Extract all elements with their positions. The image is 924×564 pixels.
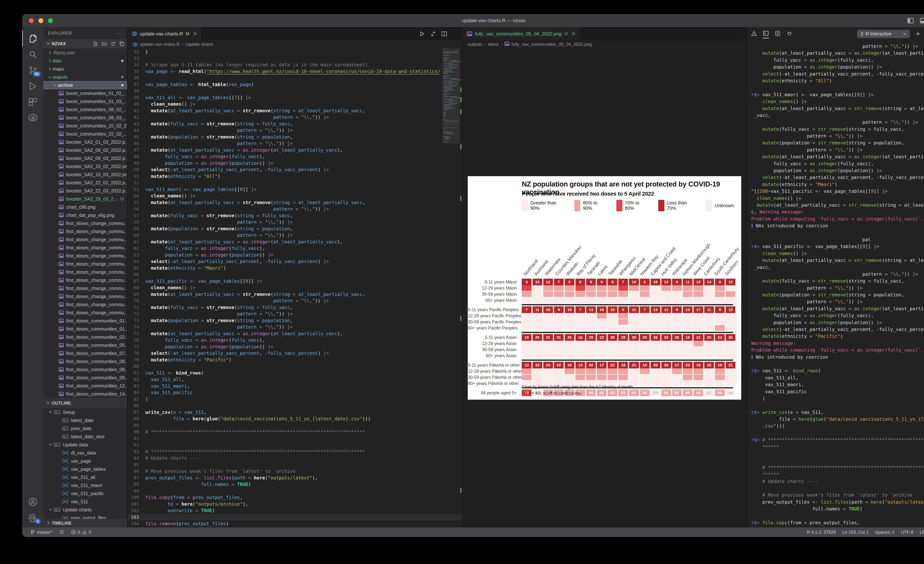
outline-item-dl_vax_data[interactable]: dl_vax_data xyxy=(44,449,127,457)
git-branch-status[interactable]: master* xyxy=(28,530,55,535)
tree-file[interactable]: first_doses_change_commu... xyxy=(44,308,127,317)
new-folder-icon[interactable] xyxy=(102,42,106,46)
indentation-status[interactable]: Spaces: 2 xyxy=(872,530,897,535)
eol-status[interactable]: LF xyxy=(917,530,924,535)
tree-file[interactable]: booster_SA2_15_03_2022.png xyxy=(44,171,127,179)
timeline-section-header[interactable]: TIMELINE xyxy=(44,519,127,527)
new-file-icon[interactable] xyxy=(93,42,98,46)
preview-more-actions-icon[interactable]: ··· xyxy=(737,32,742,36)
tree-file[interactable]: booster_SA2_08_03_2022.p... xyxy=(44,154,127,162)
editor-more-actions-icon[interactable]: ··· xyxy=(453,32,457,36)
tree-file[interactable]: booster_SA2_08_02_2022.p... xyxy=(44,146,127,154)
terminal-icon[interactable] xyxy=(763,30,769,36)
activity-account-icon[interactable] xyxy=(22,494,44,510)
breadcrumb-item[interactable]: update-vax-charts.R xyxy=(140,42,180,47)
toggle-primary-sidebar-icon[interactable] xyxy=(908,18,914,24)
activity-settings-gear-icon[interactable]: 1 xyxy=(22,510,44,525)
tree-file[interactable]: first_doses_change_commu... xyxy=(44,268,127,276)
r-version-status[interactable]: R 4.1.2: 37529 xyxy=(804,530,838,535)
outline-item-Update data[interactable]: abcUpdate data xyxy=(44,441,127,449)
editor-breadcrumb[interactable]: Rupdate-vax-charts.R›Update charts xyxy=(128,40,462,48)
breadcrumb-item[interactable]: latest xyxy=(488,42,499,47)
title-bar[interactable]: update-vax-charts.R — nzvax xyxy=(22,14,924,27)
tree-folder-.Rproj.user[interactable]: .Rproj.user xyxy=(44,49,127,57)
outline-item-vax_page[interactable]: vax_page xyxy=(44,457,127,465)
tree-file[interactable]: first_doses_change_commu... xyxy=(44,301,127,308)
sidebar-section-nzvax[interactable]: NZVAX xyxy=(44,39,127,49)
close-tab-icon[interactable]: ✕ xyxy=(571,31,575,37)
activity-files-icon[interactable] xyxy=(22,31,44,46)
tree-file[interactable]: first_doses_communities_14... xyxy=(44,390,127,398)
tree-file[interactable]: first_doses_communities_08... xyxy=(44,365,127,374)
breadcrumb-item[interactable]: fully_vax_communities_05_04_2022.png xyxy=(512,42,592,47)
tree-file[interactable]: boost_communities_08_02_... xyxy=(44,105,127,114)
tree-folder-maps[interactable]: maps xyxy=(44,65,127,73)
tree-file[interactable]: booster_SA2_29_03_2...U xyxy=(44,195,127,203)
tree-file[interactable]: booster_SA2_01_03_2022.p... xyxy=(44,138,127,146)
tree-file[interactable]: first_doses_communities_05... xyxy=(44,341,127,349)
cursor-position-status[interactable]: Ln 103, Col 1 xyxy=(840,530,871,535)
breadcrumb-item[interactable]: outputs xyxy=(468,42,482,47)
tree-file[interactable]: boost_communities_22_02_... xyxy=(44,130,127,138)
tree-file[interactable]: first_doses_change_commu... xyxy=(44,235,127,244)
activity-run-debug-icon[interactable] xyxy=(22,78,44,94)
tree-file[interactable]: first_doses_change_commu... xyxy=(44,260,127,268)
tree-file[interactable]: first_doses_change_commu... xyxy=(44,244,127,252)
tree-file[interactable]: first_doses_change_commu... xyxy=(44,219,127,227)
open-changes-icon[interactable] xyxy=(430,31,436,37)
tree-file[interactable]: first_doses_communities_08... xyxy=(44,358,127,365)
explorer-more-actions-icon[interactable]: ··· xyxy=(117,31,123,36)
tree-file[interactable]: first_doses_change_commu... xyxy=(44,284,127,292)
tree-file[interactable]: first_doses_communities_12... xyxy=(44,382,127,390)
activity-extensions-icon[interactable] xyxy=(22,94,44,110)
activity-source-control-icon[interactable]: 31 xyxy=(22,63,44,78)
close-tab-icon[interactable]: ✕ xyxy=(193,31,197,37)
tree-file[interactable]: first_doses_communities_01... xyxy=(44,317,127,325)
activity-search-icon[interactable] xyxy=(22,46,44,63)
debug-console-icon[interactable] xyxy=(787,31,792,36)
tree-file[interactable]: booster_SA2_15_02_2022.png xyxy=(44,162,127,171)
outline-item-vax_511_all[interactable]: vax_511_all xyxy=(44,473,127,481)
encoding-status[interactable]: UTF-8 xyxy=(898,530,916,535)
outline-item-Update charts[interactable]: abcUpdate charts xyxy=(44,506,127,514)
outline-item-latest_date_nice[interactable]: abclatest_date_nice xyxy=(44,432,127,441)
tree-file[interactable]: first_doses_change_commu... xyxy=(44,292,127,301)
tree-file[interactable]: boost_communities_01_03_... xyxy=(44,97,127,105)
split-editor-icon[interactable] xyxy=(441,31,447,37)
outline-item-vax_511_pacific[interactable]: vax_511_pacific xyxy=(44,489,127,498)
outline-item-vax_511_maori[interactable]: vax_511_maori xyxy=(44,481,127,489)
tree-file[interactable]: first_doses_change_commu... xyxy=(44,276,127,284)
tree-file[interactable]: boost_communities_01_02_... xyxy=(44,89,127,97)
r-interactive-terminal[interactable]: pattern = "\\,")) |> mutate(at_least_par… xyxy=(747,40,924,527)
outline-item-Setup[interactable]: abcSetup xyxy=(44,408,127,416)
tree-file[interactable]: first_doses_communities_02... xyxy=(44,333,127,341)
outline-item-prev_output_files[interactable]: prev_output_files xyxy=(44,514,127,519)
terminal-selector[interactable]: 2: R Interactive xyxy=(857,30,910,38)
preview-breadcrumb[interactable]: outputs›latest›fully_vax_communities_05_… xyxy=(462,40,747,48)
tab-update-vax-charts[interactable]: R update-vax-charts.R M ✕ xyxy=(128,27,202,40)
tree-file[interactable]: chart_c90.png xyxy=(44,203,127,211)
tab-image-preview[interactable]: fully_vax_communities_05_04_2022.png U ✕ xyxy=(462,27,580,40)
problems-icon[interactable] xyxy=(751,31,757,36)
tree-file[interactable]: boost_communities_15_02_2... xyxy=(44,122,127,130)
outline-item-vax_page_tables[interactable]: vax_page_tables xyxy=(44,465,127,473)
tree-folder-data[interactable]: data xyxy=(44,57,127,65)
run-source-icon[interactable] xyxy=(419,31,425,37)
tree-file[interactable]: first_doses_change_commu... xyxy=(44,227,127,235)
refresh-icon[interactable] xyxy=(111,42,116,46)
tree-file[interactable]: booster_SA2_22_03_2022.p... xyxy=(44,187,127,195)
sync-status[interactable] xyxy=(57,530,67,535)
tree-file[interactable]: chart_dat_pop_elig.png xyxy=(44,211,127,219)
activity-r-lang-icon[interactable]: R xyxy=(22,110,44,126)
minimap[interactable] xyxy=(443,48,459,527)
tree-file[interactable]: first_doses_communities_01... xyxy=(44,325,127,333)
new-terminal-icon[interactable] xyxy=(915,31,921,37)
outline-item-vax_511[interactable]: vax_511 xyxy=(44,498,127,506)
tree-file[interactable]: first_doses_change_commu... xyxy=(44,252,127,260)
tree-file[interactable]: first_doses_communities_09... xyxy=(44,374,127,382)
collapse-folders-icon[interactable] xyxy=(120,42,124,46)
tree-folder-archive[interactable]: archive xyxy=(44,81,127,89)
toggle-panel-icon[interactable] xyxy=(920,18,924,24)
problems-status[interactable]: 0 0 xyxy=(69,530,94,535)
outline-item-prev_date[interactable]: abcprev_date xyxy=(44,424,127,432)
